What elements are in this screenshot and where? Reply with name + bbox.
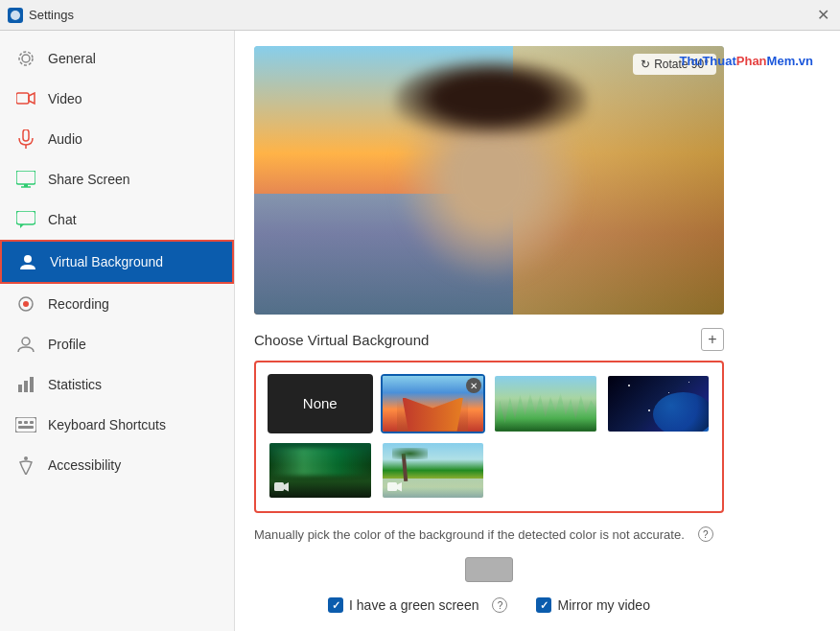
sidebar-label-video: Video <box>48 91 82 106</box>
statistics-icon <box>15 374 36 395</box>
bg-space[interactable] <box>606 374 712 433</box>
sidebar-label-share-screen: Share Screen <box>48 172 130 187</box>
svg-rect-27 <box>387 482 397 491</box>
svg-rect-5 <box>23 129 29 141</box>
svg-point-2 <box>19 52 33 65</box>
recording-icon <box>15 293 36 315</box>
svg-rect-21 <box>24 421 28 424</box>
sidebar: General Video Audio Share Screen Chat <box>0 31 235 631</box>
bg-golden-gate[interactable]: ✕ <box>381 374 486 433</box>
main-container: General Video Audio Share Screen Chat <box>0 31 840 631</box>
color-swatch[interactable] <box>465 557 513 582</box>
bg-aurora[interactable] <box>268 441 373 501</box>
manual-pick-info-icon[interactable]: ? <box>698 526 713 542</box>
share-screen-icon <box>15 169 36 190</box>
svg-rect-18 <box>30 377 34 392</box>
svg-rect-16 <box>18 385 22 392</box>
bg-grass[interactable] <box>493 374 598 433</box>
header-area: ThuThuatPhanMem.vn ↻ <box>254 46 821 613</box>
manual-pick-row: Manually pick the color of the backgroun… <box>254 526 724 542</box>
mirror-video-label: Mirror my video <box>557 597 649 613</box>
rotate-button[interactable]: ↻ Rotate 90° <box>633 54 716 75</box>
bg-grid-container: None ✕ <box>254 361 724 513</box>
green-screen-label: I have a green screen <box>349 597 478 613</box>
sidebar-item-keyboard-shortcuts[interactable]: Keyboard Shortcuts <box>0 405 234 445</box>
app-icon <box>8 8 23 23</box>
svg-rect-7 <box>16 171 35 184</box>
virtual-background-icon <box>17 251 38 272</box>
sidebar-label-keyboard-shortcuts: Keyboard Shortcuts <box>48 417 166 432</box>
video-icon <box>15 88 36 109</box>
bg-none-label: None <box>303 395 338 411</box>
sidebar-item-general[interactable]: General <box>0 38 234 79</box>
svg-rect-25 <box>274 482 284 491</box>
close-button[interactable]: ✕ <box>813 6 832 25</box>
preview-container: ↻ Rotate 90° A solid color video backgro… <box>254 46 724 315</box>
keyboard-shortcuts-icon <box>15 414 36 435</box>
svg-point-24 <box>24 456 28 460</box>
svg-rect-23 <box>18 426 34 429</box>
preview-image: ↻ Rotate 90° <box>254 46 724 315</box>
sidebar-label-general: General <box>48 51 96 66</box>
section-header: Choose Virtual Background + <box>254 328 724 351</box>
green-screen-checkbox[interactable] <box>328 597 343 613</box>
video-type-icon-beach <box>386 480 404 494</box>
bg-grid: None ✕ <box>268 374 711 500</box>
mirror-video-checkbox-item[interactable]: Mirror my video <box>536 597 649 613</box>
content-area: ThuThuatPhanMem.vn ↻ <box>235 31 840 631</box>
accessibility-icon <box>15 455 36 476</box>
green-screen-info-icon[interactable]: ? <box>492 597 507 613</box>
bg-none[interactable]: None <box>268 374 373 433</box>
sidebar-item-audio[interactable]: Audio <box>0 119 234 159</box>
general-icon <box>15 48 36 69</box>
svg-marker-4 <box>29 93 35 104</box>
svg-rect-22 <box>30 421 34 424</box>
sidebar-label-recording: Recording <box>48 296 109 312</box>
color-swatch-row <box>254 549 724 582</box>
chat-icon <box>15 209 36 230</box>
svg-rect-20 <box>18 421 22 424</box>
rotate-icon: ↻ <box>641 58 650 71</box>
sidebar-item-accessibility[interactable]: Accessibility <box>0 445 234 485</box>
green-screen-checkbox-item[interactable]: I have a green screen ? <box>328 597 507 613</box>
svg-marker-26 <box>284 482 289 492</box>
svg-rect-10 <box>16 211 35 224</box>
sidebar-label-audio: Audio <box>48 131 82 147</box>
rotate-label: Rotate 90° <box>654 58 709 71</box>
checkboxes-row: I have a green screen ? Mirror my video <box>254 597 724 613</box>
window-title: Settings <box>29 8 74 22</box>
sidebar-label-accessibility: Accessibility <box>48 457 121 473</box>
bg-beach[interactable] <box>381 441 486 501</box>
svg-point-0 <box>11 11 20 20</box>
sidebar-item-recording[interactable]: Recording <box>0 284 234 324</box>
sidebar-label-profile: Profile <box>48 337 86 352</box>
svg-point-14 <box>23 301 29 307</box>
sidebar-label-statistics: Statistics <box>48 377 102 392</box>
remove-bg-button[interactable]: ✕ <box>466 378 481 393</box>
svg-point-1 <box>22 55 30 62</box>
add-background-button[interactable]: + <box>701 328 724 351</box>
sidebar-item-virtual-background[interactable]: Virtual Background <box>0 240 234 284</box>
sidebar-label-chat: Chat <box>48 212 77 227</box>
sidebar-item-statistics[interactable]: Statistics <box>0 364 234 405</box>
manual-pick-text: Manually pick the color of the backgroun… <box>254 527 685 542</box>
audio-icon <box>15 129 36 150</box>
profile-icon <box>15 334 36 355</box>
sidebar-label-virtual-background: Virtual Background <box>50 254 163 269</box>
title-bar: Settings ✕ <box>0 0 840 31</box>
svg-rect-19 <box>15 417 36 432</box>
section-title: Choose Virtual Background <box>254 332 429 348</box>
sidebar-item-share-screen[interactable]: Share Screen <box>0 159 234 199</box>
video-type-icon <box>273 480 291 494</box>
sidebar-item-video[interactable]: Video <box>0 79 234 119</box>
svg-point-12 <box>24 255 32 263</box>
svg-rect-3 <box>16 93 29 104</box>
sidebar-item-chat[interactable]: Chat <box>0 199 234 240</box>
mirror-video-checkbox[interactable] <box>536 597 551 613</box>
svg-rect-17 <box>24 381 28 392</box>
sidebar-item-profile[interactable]: Profile <box>0 324 234 364</box>
svg-marker-28 <box>397 482 402 492</box>
svg-point-15 <box>22 338 30 345</box>
